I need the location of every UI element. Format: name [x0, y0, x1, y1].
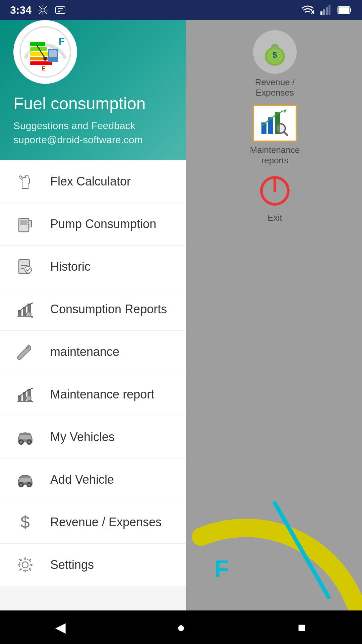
nozzle-icon [16, 172, 34, 191]
wrench-icon [16, 343, 34, 361]
pump-consumption-label: Pump Consumption [50, 217, 156, 231]
money-bag-icon: $ [260, 37, 290, 67]
settings-label: Settings [50, 558, 94, 572]
drawer-menu: Flex Calculator Pump Consumption [0, 160, 186, 644]
status-bar: 3:34 [0, 0, 362, 20]
gauge-display: F [188, 436, 362, 610]
recent-button[interactable]: ■ [288, 614, 315, 641]
svg-rect-13 [30, 42, 45, 46]
right-maintenance-reports[interactable]: Maintenancereports [250, 105, 300, 166]
svg-rect-74 [326, 7, 328, 15]
consumption-reports-icon [13, 298, 37, 321]
gear-icon [16, 556, 34, 574]
wifi-x-icon [301, 4, 314, 16]
menu-item-consumption-reports[interactable]: Consumption Reports [0, 288, 186, 331]
time-display: 3:34 [10, 4, 32, 16]
menu-item-settings[interactable]: Settings [0, 544, 186, 586]
svg-rect-77 [350, 8, 351, 12]
logo-svg: A B C D E F $ E [18, 25, 72, 79]
svg-text:$: $ [273, 50, 277, 59]
svg-text:E: E [42, 66, 46, 71]
maintenance-label: maintenance [50, 345, 119, 359]
menu-item-maintenance[interactable]: maintenance [0, 331, 186, 373]
svg-text:C: C [28, 52, 30, 56]
consumption-reports-label: Consumption Reports [50, 302, 167, 316]
svg-rect-57 [19, 478, 31, 482]
svg-rect-75 [328, 5, 330, 15]
status-left: 3:34 [10, 4, 66, 16]
svg-text:E: E [28, 61, 30, 65]
revenue-expenses-label: Revenue / Expenses [50, 515, 162, 529]
right-revenue-expenses[interactable]: $ Revenue /Expenses [253, 30, 297, 98]
svg-line-8 [284, 132, 287, 135]
svg-rect-16 [30, 57, 50, 60]
svg-rect-78 [339, 7, 349, 13]
status-right [301, 4, 352, 16]
svg-text:F: F [59, 36, 65, 47]
signal-icon [320, 4, 332, 16]
app-title: Fuel consumption [13, 94, 173, 113]
revenue-expenses-icon: $ [13, 511, 37, 534]
svg-rect-52 [19, 435, 31, 439]
menu-item-my-vehicles[interactable]: My Vehicles [0, 416, 186, 459]
home-button[interactable]: ● [168, 614, 194, 641]
pump-consumption-icon [13, 212, 37, 236]
svg-point-63 [22, 562, 28, 568]
bottom-navigation: ◀ ● ■ [0, 610, 362, 644]
right-exit[interactable]: Exit [253, 172, 297, 223]
maintenance-report-label: Maintenance report [50, 387, 154, 401]
revenue-label: Revenue /Expenses [255, 77, 295, 98]
maintenance-icon-square [253, 105, 297, 142]
bar-chart-search-icon [260, 109, 290, 138]
svg-text:B: B [28, 47, 30, 51]
bar-chart-report-icon [16, 385, 34, 404]
dollar-icon: $ [16, 513, 34, 531]
document-check-icon [16, 258, 34, 276]
svg-text:$: $ [20, 513, 30, 531]
svg-rect-31 [20, 220, 27, 225]
flex-calculator-label: Flex Calculator [50, 174, 131, 189]
bar-chart-icon [16, 300, 34, 318]
status-settings-icon [37, 4, 49, 16]
menu-item-flex-calculator[interactable]: Flex Calculator [0, 160, 186, 203]
maintenance-reports-label: Maintenancereports [250, 145, 300, 166]
app-subtitle: Suggestions and Feedback suporte@droid-s… [13, 119, 173, 147]
battery-icon [337, 4, 352, 16]
svg-text:F: F [215, 556, 229, 582]
maintenance-report-icon [13, 383, 37, 406]
historic-icon [13, 255, 37, 278]
svg-point-28 [43, 57, 47, 61]
back-button[interactable]: ◀ [47, 614, 74, 641]
svg-point-61 [28, 484, 30, 486]
menu-item-maintenance-report[interactable]: Maintenance report [0, 373, 186, 416]
car-add-icon [16, 471, 34, 489]
menu-item-revenue-expenses[interactable]: $ Revenue / Expenses [0, 501, 186, 544]
svg-text:$: $ [51, 53, 54, 58]
my-vehicles-label: My Vehicles [50, 430, 115, 444]
revenue-icon-circle: $ [253, 30, 297, 74]
car-icon [16, 428, 34, 446]
app-logo: A B C D E F $ E [13, 20, 77, 84]
pump-icon [16, 215, 34, 233]
add-vehicle-label: Add Vehicle [50, 473, 114, 487]
power-icon [258, 174, 292, 208]
menu-item-historic[interactable]: Historic [0, 246, 186, 288]
historic-label: Historic [50, 260, 90, 274]
svg-rect-72 [320, 11, 322, 15]
settings-icon [13, 553, 37, 577]
svg-text:A: A [28, 42, 31, 46]
navigation-drawer: A B C D E F $ E Fuel consumption Suggest… [0, 0, 186, 644]
svg-rect-15 [30, 52, 49, 56]
flex-calculator-icon [13, 170, 37, 193]
exit-label: Exit [267, 213, 282, 223]
drawer-header: A B C D E F $ E Fuel consumption Suggest… [0, 0, 186, 160]
svg-point-60 [20, 484, 22, 486]
menu-item-pump-consumption[interactable]: Pump Consumption [0, 203, 186, 246]
svg-point-65 [41, 8, 45, 12]
status-text-icon [54, 4, 66, 16]
menu-item-add-vehicle[interactable]: Add Vehicle [0, 459, 186, 501]
svg-point-56 [28, 441, 30, 443]
svg-text:D: D [28, 57, 30, 60]
svg-point-55 [20, 441, 22, 443]
exit-icon-container [253, 172, 297, 209]
